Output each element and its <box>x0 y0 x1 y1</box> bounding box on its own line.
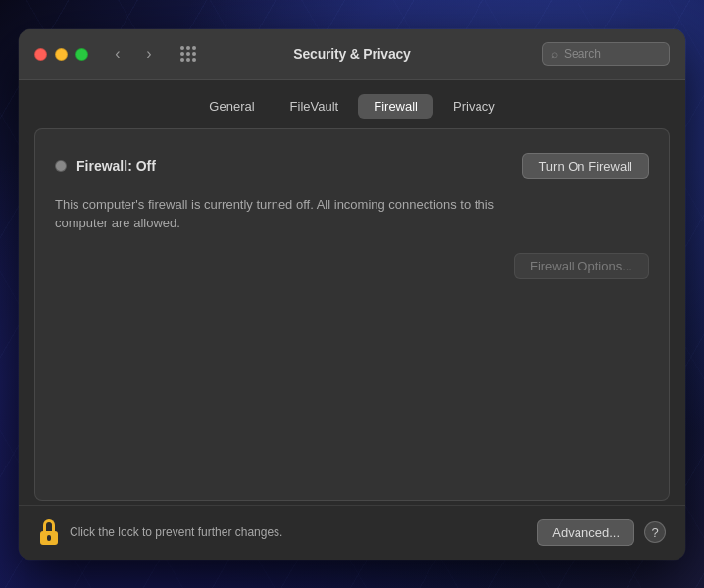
firewall-status-row: Firewall: Off Turn On Firewall <box>55 153 649 179</box>
firewall-status-left: Firewall: Off <box>55 158 156 173</box>
content-panel: Firewall: Off Turn On Firewall This comp… <box>34 128 670 501</box>
bottom-right: Advanced... ? <box>537 519 666 546</box>
window-title: Security & Privacy <box>293 46 410 62</box>
main-window: ‹ › Security & Privacy ⌕ Search General … <box>19 29 685 560</box>
traffic-lights <box>34 48 88 61</box>
tabbar: General FileVault Firewall Privacy <box>19 80 685 128</box>
firewall-status-label: Firewall: Off <box>76 158 156 173</box>
back-button[interactable]: ‹ <box>104 40 131 68</box>
lock-label: Click the lock to prevent further change… <box>70 525 282 539</box>
firewall-options-button[interactable]: Firewall Options... <box>514 253 649 279</box>
lock-icon <box>38 519 60 545</box>
search-box[interactable]: ⌕ Search <box>542 42 670 66</box>
firewall-description: This computer's firewall is currently tu… <box>55 195 526 233</box>
bottom-bar: Click the lock to prevent further change… <box>19 505 685 560</box>
tab-firewall[interactable]: Firewall <box>358 94 433 119</box>
forward-button[interactable]: › <box>135 40 163 68</box>
advanced-button[interactable]: Advanced... <box>537 519 634 546</box>
titlebar: ‹ › Security & Privacy ⌕ Search <box>19 29 685 80</box>
minimize-button[interactable] <box>55 48 68 61</box>
search-icon: ⌕ <box>551 47 558 61</box>
tab-privacy[interactable]: Privacy <box>437 94 511 119</box>
app-grid-icon[interactable] <box>175 40 202 68</box>
lock-button[interactable]: Click the lock to prevent further change… <box>38 519 282 545</box>
tab-filevault[interactable]: FileVault <box>275 94 355 119</box>
search-placeholder: Search <box>564 47 601 61</box>
tab-general[interactable]: General <box>193 94 270 119</box>
close-button[interactable] <box>34 48 47 61</box>
firewall-status-dot <box>55 160 67 172</box>
nav-arrows: ‹ › <box>104 40 163 68</box>
turn-on-firewall-button[interactable]: Turn On Firewall <box>522 153 649 179</box>
maximize-button[interactable] <box>75 48 88 61</box>
help-button[interactable]: ? <box>644 521 666 543</box>
